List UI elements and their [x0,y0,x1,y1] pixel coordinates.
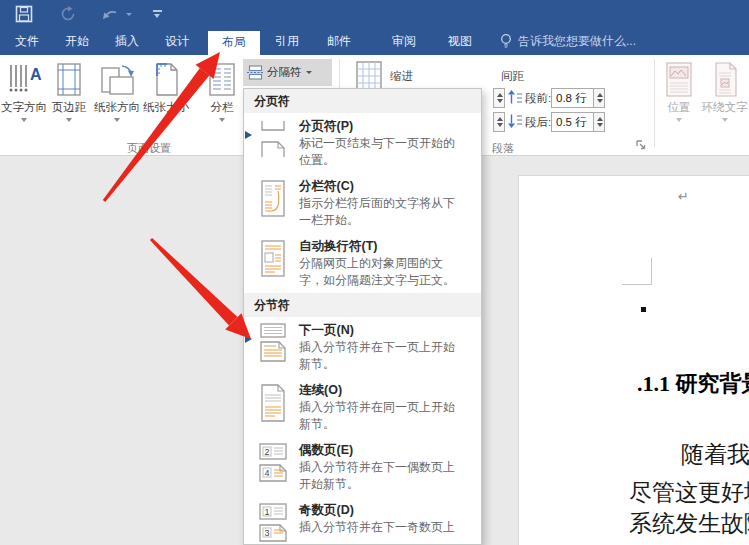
next-page-section-icon [256,322,290,364]
margin-corner-mark [651,258,652,285]
menu-item-title: 自动换行符(T) [299,238,461,255]
paper-size-button[interactable]: 纸张大小 [143,58,189,122]
ribbon-tab-row: 文件 开始 插入 设计 布局 引用 邮件 审阅 视图 告诉我您想要做什么... [0,28,749,55]
text-direction-button[interactable]: A 文字方向 [1,58,47,122]
svg-text:3: 3 [264,528,269,538]
space-before-icon [508,90,522,105]
tell-me-box[interactable]: 告诉我您想要做什么... [500,28,636,55]
chevron-down-icon [163,118,169,122]
indent-right-spinner[interactable] [493,112,505,132]
tab-view[interactable]: 视图 [439,28,481,55]
space-before-label: 段前: [525,91,551,106]
chevron-down-icon [21,118,27,122]
menu-item-title: 奇数页(D) [299,502,461,519]
lightbulb-icon [500,33,512,50]
position-button[interactable]: 位置 [659,58,699,122]
text-wrapping-break-icon [256,238,290,280]
menu-item-description: 插入分节符并在下一页上开始新节。 [299,339,461,372]
menu-item-description: 分隔网页上的对象周围的文字，如分隔题注文字与正文。 [299,255,461,288]
space-before-spinner[interactable] [593,88,605,108]
indent-left-spinner[interactable] [493,88,505,108]
word-application-window: 文件 开始 插入 设计 布局 引用 邮件 审阅 视图 告诉我您想要做什么... … [0,0,749,545]
menu-item-column-break[interactable]: 分栏符(C) 指示分栏符后面的文字将从下一栏开始。 [244,173,481,233]
margins-button[interactable]: 页边距 [48,58,90,122]
paper-size-icon [143,58,189,98]
margin-corner-mark [622,284,652,285]
section-breaks-section-header: 分节符 [244,293,481,317]
menu-item-description: 指示分栏符后面的文字将从下一栏开始。 [299,195,461,228]
group-separator [654,59,655,147]
columns-button[interactable]: 分栏 [201,58,243,122]
breaks-dropdown-menu: 分页符 分页符(P) 标记一页结束与下一页开始的位置。 [243,88,482,545]
menu-item-description: 标记一页结束与下一页开始的位置。 [299,135,461,168]
orientation-icon [91,58,143,98]
paragraph-mark: ↵ [678,189,689,204]
menu-item-page-break[interactable]: 分页符(P) 标记一页结束与下一页开始的位置。 [244,113,481,173]
tab-mailings[interactable]: 邮件 [318,28,360,55]
orientation-label: 纸张方向 [91,100,143,115]
menu-item-text-wrapping-break[interactable]: 自动换行符(T) 分隔网页上的对象周围的文字，如分隔题注文字与正文。 [244,233,481,293]
tab-home[interactable]: 开始 [56,28,98,55]
menu-item-continuous-section-break[interactable]: 连续(O) 插入分节符并在同一页上开始新节。 [244,377,481,437]
chevron-down-icon [306,71,312,74]
breaks-button[interactable]: 分隔符 [243,59,332,86]
title-bar [0,0,749,28]
breaks-button-label: 分隔符 [267,65,302,80]
text-direction-icon: A [1,58,47,98]
body-line: 系统发生故障 [629,508,749,539]
svg-text:1: 1 [264,507,269,517]
position-icon [659,58,699,98]
redo-icon[interactable] [56,0,80,28]
menu-item-next-page-section-break[interactable]: 下一页(N) 插入分节符并在下一页上开始新节。 [244,317,481,377]
space-after-label: 段后: [525,115,551,130]
paragraph-group-label: 段落 [492,141,514,156]
chevron-down-icon [722,118,728,122]
wrap-text-icon [700,58,749,98]
svg-text:A: A [30,66,42,83]
page-setup-group-label: 页面设置 [127,141,171,156]
orientation-button[interactable]: 纸张方向 [91,58,143,122]
paper-size-label: 纸张大小 [143,100,189,115]
document-page[interactable]: ↵ .1.1 研究背景 随着我国 尽管这更好地 系统发生故障 [518,175,749,545]
tab-review[interactable]: 审阅 [383,28,425,55]
columns-icon [201,58,243,98]
list-bullet [641,307,646,312]
menu-item-title: 分页符(P) [299,118,461,135]
wrap-text-button[interactable]: 环绕文字 [700,58,749,122]
margins-label: 页边距 [48,100,90,115]
menu-item-even-page-section-break[interactable]: 2 4 偶数页(E) 插入分节符并在下一偶数页上开始新节。 [244,437,481,497]
page-breaks-section-header: 分页符 [244,89,481,113]
tab-file[interactable]: 文件 [6,28,48,55]
space-after-input[interactable]: 0.5 行 [551,112,594,132]
menu-item-odd-page-section-break[interactable]: 1 3 奇数页(D) 插入分节符并在下一奇数页上 [244,497,481,545]
menu-item-title: 偶数页(E) [299,442,461,459]
break-marker-icon [245,335,252,343]
save-icon[interactable] [12,0,36,28]
tab-insert[interactable]: 插入 [106,28,148,55]
undo-icon[interactable] [100,0,122,28]
undo-dropdown-icon[interactable] [124,0,134,28]
break-marker-icon [245,131,252,139]
menu-item-title: 下一页(N) [299,322,461,339]
tab-references[interactable]: 引用 [266,28,308,55]
breaks-icon [247,65,263,80]
wrap-text-label: 环绕文字 [700,100,749,115]
spacing-header-label: 间距 [501,69,524,84]
tab-design[interactable]: 设计 [156,28,198,55]
menu-item-description: 插入分节符并在下一偶数页上开始新节。 [299,459,461,492]
menu-item-description: 插入分节符并在下一奇数页上 [299,519,461,536]
tab-layout[interactable]: 布局 [208,31,260,55]
svg-text:4: 4 [264,468,269,478]
paragraph-dialog-launcher-icon[interactable] [636,140,647,151]
space-after-spinner[interactable] [593,112,605,132]
space-before-input[interactable]: 0.8 行 [551,88,594,108]
odd-page-section-icon: 1 3 [256,502,290,544]
customize-quick-access-icon[interactable] [148,0,166,28]
menu-item-description: 插入分节符并在同一页上开始新节。 [299,399,461,432]
chevron-down-icon [66,118,72,122]
space-after-icon [508,114,522,129]
columns-label: 分栏 [201,100,243,115]
margins-icon [48,58,90,98]
column-break-icon [256,178,290,220]
position-label: 位置 [659,100,699,115]
